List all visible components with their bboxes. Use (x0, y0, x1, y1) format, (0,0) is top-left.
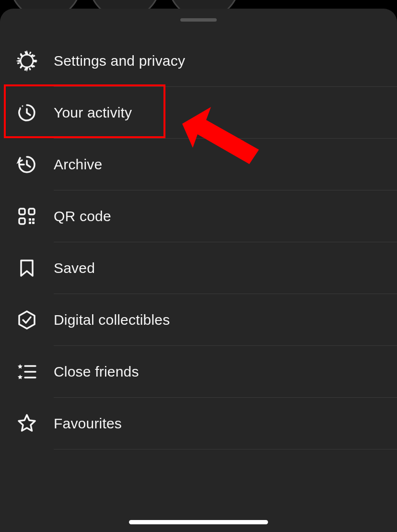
archive-icon (16, 154, 37, 175)
background-stories-strip (0, 0, 397, 10)
menu-item-favourites[interactable]: Favourites (0, 398, 397, 449)
svg-rect-8 (29, 218, 31, 221)
menu-label: Archive (54, 156, 102, 173)
menu-label: Digital collectibles (54, 312, 170, 328)
menu-item-digital-collectibles[interactable]: Digital collectibles (0, 294, 397, 346)
svg-rect-9 (32, 218, 35, 221)
divider (54, 449, 397, 449)
menu-label: Close friends (54, 364, 139, 380)
svg-point-0 (21, 55, 33, 67)
menu-item-qr-code[interactable]: QR code (0, 190, 397, 242)
activity-icon (16, 102, 37, 123)
close-friends-icon (16, 361, 37, 382)
svg-rect-11 (32, 222, 35, 224)
bottom-sheet: Settings and privacy Your activity (0, 9, 397, 532)
menu-label: Your activity (54, 105, 132, 121)
svg-rect-7 (19, 218, 25, 224)
menu-label: Saved (54, 260, 95, 276)
qr-code-icon (16, 206, 37, 227)
menu-label: Favourites (54, 415, 122, 432)
menu-item-archive[interactable]: Archive (0, 139, 397, 190)
menu-label: Settings and privacy (54, 53, 185, 69)
sheet-grabber[interactable] (180, 18, 217, 22)
menu-label: QR code (54, 208, 111, 225)
svg-rect-5 (19, 209, 25, 214)
svg-point-2 (19, 110, 20, 112)
svg-rect-10 (29, 222, 31, 224)
saved-icon (16, 258, 37, 279)
favourites-icon (16, 413, 37, 434)
menu-item-your-activity[interactable]: Your activity (0, 87, 397, 139)
svg-point-4 (22, 106, 23, 107)
menu-item-settings[interactable]: Settings and privacy (0, 35, 397, 87)
collectibles-icon (16, 309, 37, 331)
menu-item-saved[interactable]: Saved (0, 242, 397, 294)
settings-icon (16, 50, 37, 71)
svg-rect-6 (29, 209, 35, 214)
svg-point-3 (20, 107, 21, 109)
menu-item-close-friends[interactable]: Close friends (0, 346, 397, 398)
home-indicator[interactable] (129, 520, 268, 524)
